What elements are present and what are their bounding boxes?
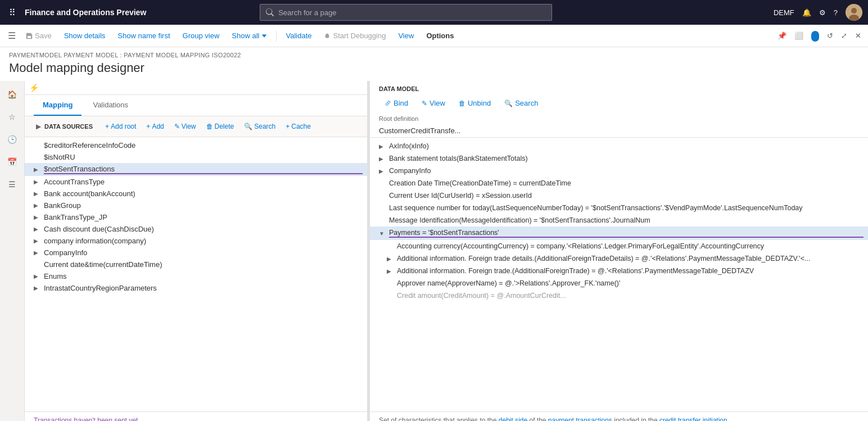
tree-item-bankaccount[interactable]: ▶ Bank account(bankAccount) [25, 188, 367, 200]
dm-item-msgident[interactable]: Message Identification(MessageIdentifica… [370, 214, 868, 227]
dm-item-credit[interactable]: Credit amount(CreditAmount) = @.AmountCu… [370, 289, 868, 302]
hamburger-icon[interactable]: ☰ [4, 27, 19, 44]
mapping-footer-text: Transactions haven't been sent yet [34, 417, 138, 421]
dm-item-addlinfo-detail[interactable]: ▶ Additional information. Foreign trade … [370, 252, 868, 265]
sidebar-home-icon[interactable]: 🏠 [3, 85, 21, 103]
save-icon [26, 33, 33, 39]
notification-badge: 0 [811, 31, 819, 42]
dm-tree: ▶ AxInfo(xInfo) ▶ Bank statement totals(… [370, 138, 868, 411]
dm-item-payments[interactable]: ▼ Payments = '$notSentTransactions' [370, 227, 868, 240]
bind-button[interactable]: Bind [379, 97, 414, 110]
tree-item-label: Cash discount due(CashDiscDue) [44, 225, 363, 233]
dm-item-lastseq[interactable]: Last sequence number for today(LastSeque… [370, 202, 868, 214]
tree-item-isnotru[interactable]: $isNotRU [25, 151, 367, 163]
dm-item-approver[interactable]: Approver name(ApproverName) = @.'>Relati… [370, 277, 868, 289]
view-ds-button[interactable]: ✎ View [170, 121, 201, 132]
tree-item-creditor[interactable]: $creditorReferenceInfoCode [25, 139, 367, 151]
tree-item-cashdiscount[interactable]: ▶ Cash discount due(CashDiscDue) [25, 223, 367, 235]
search-icon [266, 8, 274, 16]
dm-item-label: Payments = '$notSentTransactions' [389, 229, 864, 238]
badge-icon[interactable]: 0 [809, 29, 821, 42]
expand-icon[interactable]: ⬜ [792, 29, 806, 42]
search-dm-button[interactable]: 🔍 Search [499, 97, 544, 110]
dm-actions: Bind ✎ View 🗑 Unbind 🔍 Search [379, 97, 859, 110]
tree-item-intrastat[interactable]: ▶ IntrastatCountryRegionParameters [25, 282, 367, 294]
view-label: View [398, 31, 414, 40]
tree-item-label: Bank account(bankAccount) [44, 189, 363, 198]
dm-footer-highlight-1: debit side [499, 417, 527, 421]
add-root-button[interactable]: + Add root [101, 121, 141, 132]
datasources-collapse-btn[interactable]: ▶ [34, 121, 43, 132]
app-grid-icon[interactable]: ⠿ [6, 4, 19, 21]
expand-icon: ▶ [34, 238, 42, 244]
expand-icon: ▶ [34, 166, 42, 173]
show-details-button[interactable]: Show details [58, 29, 111, 42]
filter-icon[interactable]: ⚡ [29, 83, 39, 92]
view-button[interactable]: View [392, 29, 419, 42]
tree-item-currentdate[interactable]: Current date&time(currentDateTime) [25, 259, 367, 270]
expand-icon: ▶ [34, 202, 42, 209]
avatar[interactable] [846, 4, 862, 21]
show-all-button[interactable]: Show all [226, 29, 273, 42]
dm-item-label: Message Identification(MessageIdentifica… [389, 216, 864, 224]
tab-validations[interactable]: Validations [84, 95, 137, 116]
settings-icon[interactable]: ⚙ [819, 8, 826, 17]
dm-item-accounting[interactable]: Accounting currency(AccountingCurrency) … [370, 240, 868, 252]
dm-item-label: Additional information. Foreign trade.(A… [397, 267, 864, 275]
search-placeholder: Search for a page [278, 8, 336, 17]
expand-icon: ▶ [379, 143, 387, 150]
validate-button[interactable]: Validate [280, 29, 317, 42]
main-content: 🏠 ☆ 🕒 📅 ☰ ⚡ Mapping Validations ▶ DATA S… [0, 81, 868, 421]
add-button[interactable]: + Add [142, 121, 168, 132]
expand-icon: ▶ [379, 168, 387, 174]
tree-item-accounttrans[interactable]: ▶ AccountTransType [25, 176, 367, 188]
sidebar-list-icon[interactable]: ☰ [3, 175, 21, 193]
refresh-icon[interactable]: ↺ [825, 29, 835, 42]
view-dm-button[interactable]: ✎ View [416, 97, 451, 110]
tree-item-banktranstype[interactable]: ▶ BankTransType_JP [25, 211, 367, 223]
dm-item-currentuser[interactable]: Current User Id(CurUserId) = xSession.us… [370, 189, 868, 202]
toolbar: ☰ Save Show details Show name first Grou… [0, 25, 868, 47]
save-button[interactable]: Save [20, 29, 57, 42]
sidebar-star-icon[interactable]: ☆ [3, 108, 21, 126]
show-name-first-button[interactable]: Show name first [112, 29, 175, 42]
group-view-button[interactable]: Group view [177, 29, 225, 42]
pin-icon[interactable]: 📌 [775, 29, 789, 42]
datasources-tree: $creditorReferenceInfoCode $isNotRU ▶ $n… [25, 137, 367, 411]
sidebar-history-icon[interactable]: 🕒 [3, 130, 21, 148]
cache-button[interactable]: + Cache [281, 121, 315, 132]
search-ds-button[interactable]: 🔍 Search [239, 121, 280, 132]
search-bar[interactable]: Search for a page [260, 4, 552, 21]
sidebar-calendar-icon[interactable]: 📅 [3, 153, 21, 171]
maximize-icon[interactable]: ⤢ [839, 29, 849, 42]
notification-icon[interactable]: 🔔 [802, 8, 811, 17]
tree-item-enums[interactable]: ▶ Enums [25, 270, 367, 282]
tab-mapping[interactable]: Mapping [34, 95, 82, 116]
dm-footer-highlight-2: payment transactions [548, 417, 612, 421]
start-debugging-button[interactable]: Start Debugging [318, 29, 391, 42]
tree-item-label: AccountTransType [44, 178, 363, 186]
dm-item-companyinfo[interactable]: ▶ CompanyInfo [370, 165, 868, 177]
dm-item-addlinfo[interactable]: ▶ Additional information. Foreign trade.… [370, 265, 868, 277]
delete-ds-button[interactable]: 🗑 Delete [202, 121, 239, 132]
dm-item-creationdate[interactable]: Creation Date Time(CreationDateTime) = c… [370, 177, 868, 189]
dm-section-title: DATA MODEL [379, 85, 859, 92]
dm-item-label: Additional information. Foreign trade de… [397, 255, 864, 262]
show-details-label: Show details [64, 31, 106, 40]
tree-item-bankgroup[interactable]: ▶ BankGroup [25, 200, 367, 211]
dm-item-axinfo[interactable]: ▶ AxInfo(xInfo) [370, 140, 868, 152]
expand-icon: ▶ [34, 179, 42, 185]
options-button[interactable]: Options [421, 29, 459, 42]
dm-footer-highlight-3: credit transfer initiation [659, 417, 727, 421]
close-icon[interactable]: ✕ [853, 29, 864, 42]
dm-item-label: CompanyInfo [389, 167, 864, 175]
options-label: Options [426, 31, 454, 40]
tree-item-companyinfo[interactable]: ▶ CompanyInfo [25, 247, 367, 259]
search-dm-label: Search [515, 99, 538, 107]
unbind-button[interactable]: 🗑 Unbind [453, 97, 496, 110]
dm-item-label: Creation Date Time(CreationDateTime) = c… [389, 179, 864, 187]
help-icon[interactable]: ? [834, 8, 838, 17]
tree-item-notsent[interactable]: ▶ $notSentTransactions [25, 163, 367, 176]
tree-item-company[interactable]: ▶ company information(company) [25, 235, 367, 247]
dm-item-bankstatement[interactable]: ▶ Bank statement totals(BankStatementTot… [370, 152, 868, 165]
